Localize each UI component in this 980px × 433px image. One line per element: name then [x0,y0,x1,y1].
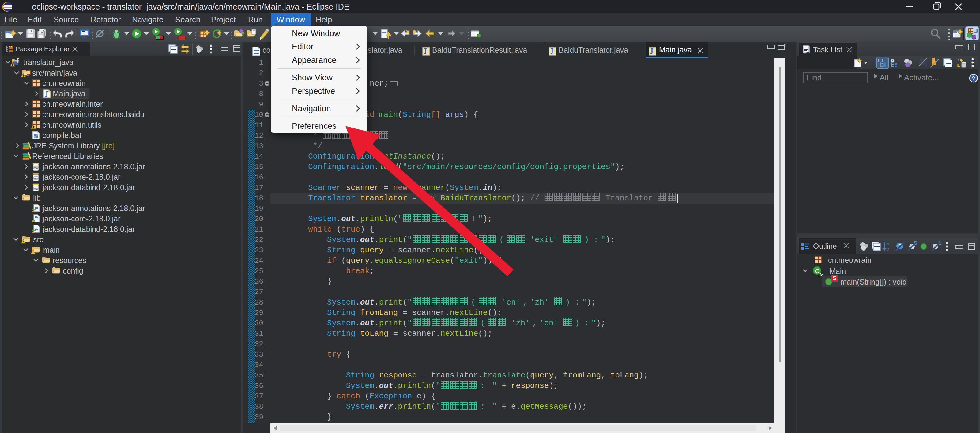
svg-text:?: ? [972,75,975,81]
svg-text:C: C [815,267,819,275]
svg-text:a: a [886,241,889,246]
svg-text:J: J [974,27,978,35]
svg-text:z: z [887,246,889,252]
